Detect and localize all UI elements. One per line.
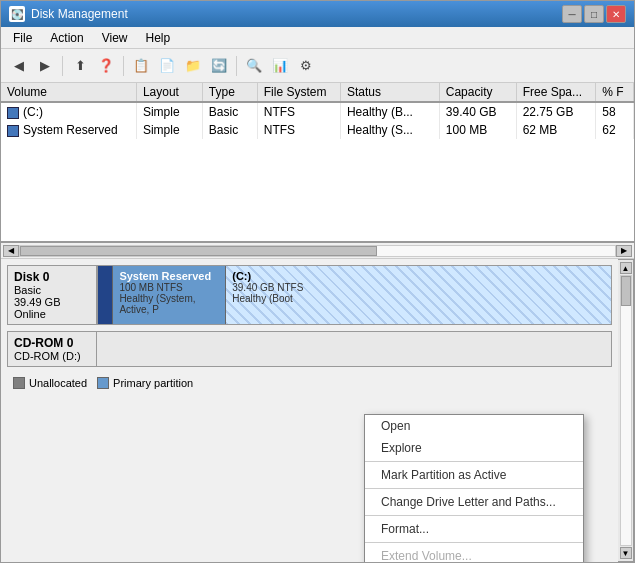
ctx-sep-2	[365, 488, 583, 489]
up-button[interactable]: ⬆	[68, 54, 92, 78]
tool3[interactable]: 📋	[129, 54, 153, 78]
vertical-scrollbar[interactable]: ▲ ▼	[618, 259, 634, 562]
tool8[interactable]: 📊	[268, 54, 292, 78]
disk0-system-reserved[interactable]: System Reserved 100 MB NTFS Healthy (Sys…	[113, 266, 226, 324]
ctx-sep-4	[365, 542, 583, 543]
cell-status: Healthy (B...	[340, 102, 439, 121]
cell-layout: Simple	[136, 102, 202, 121]
legend-unallocated: Unallocated	[13, 377, 87, 389]
legend-primary-icon	[97, 377, 109, 389]
disk0-label: Disk 0 Basic 39.49 GB Online	[7, 265, 97, 325]
hscroll-track[interactable]	[19, 245, 616, 257]
help-button[interactable]: ❓	[94, 54, 118, 78]
tool7[interactable]: 🔍	[242, 54, 266, 78]
separator-2	[123, 56, 124, 76]
cdrom0-row: CD-ROM 0 CD-ROM (D:)	[7, 331, 612, 367]
ctx-open[interactable]: Open	[365, 415, 583, 437]
scroll-up-button[interactable]: ▲	[620, 262, 632, 274]
cell-volume: (C:)	[1, 102, 136, 121]
title-bar: 💽 Disk Management ─ □ ✕	[1, 1, 634, 27]
maximize-button[interactable]: □	[584, 5, 604, 23]
cell-percent: 58	[596, 102, 634, 121]
cell-freespace: 62 MB	[516, 121, 596, 139]
scroll-track[interactable]	[620, 275, 632, 546]
col-capacity: Capacity	[439, 83, 516, 102]
main-content: Volume Layout Type File System Status Ca…	[1, 83, 634, 562]
tool6[interactable]: 🔄	[207, 54, 231, 78]
cell-freespace: 22.75 GB	[516, 102, 596, 121]
toolbar: ◀ ▶ ⬆ ❓ 📋 📄 📁 🔄 🔍 📊 ⚙	[1, 49, 634, 83]
cell-status: Healthy (S...	[340, 121, 439, 139]
ctx-format[interactable]: Format...	[365, 518, 583, 540]
back-button[interactable]: ◀	[7, 54, 31, 78]
disk0-row: Disk 0 Basic 39.49 GB Online System Rese…	[7, 265, 612, 325]
volume-table[interactable]: Volume Layout Type File System Status Ca…	[1, 83, 634, 243]
col-status: Status	[340, 83, 439, 102]
cell-filesystem: NTFS	[257, 102, 340, 121]
ctx-sep-3	[365, 515, 583, 516]
scroll-down-button[interactable]: ▼	[620, 547, 632, 559]
cell-filesystem: NTFS	[257, 121, 340, 139]
col-filesystem: File System	[257, 83, 340, 102]
hscroll-left[interactable]: ◀	[3, 245, 19, 257]
cell-percent: 62	[596, 121, 634, 139]
legend: Unallocated Primary partition	[7, 373, 612, 393]
tool4[interactable]: 📄	[155, 54, 179, 78]
forward-button[interactable]: ▶	[33, 54, 57, 78]
disk-map-container: Disk 0 Basic 39.49 GB Online System Rese…	[1, 259, 634, 562]
minimize-button[interactable]: ─	[562, 5, 582, 23]
tool9[interactable]: ⚙	[294, 54, 318, 78]
separator-1	[62, 56, 63, 76]
cell-volume: System Reserved	[1, 121, 136, 139]
cell-type: Basic	[202, 121, 257, 139]
ctx-change-drive[interactable]: Change Drive Letter and Paths...	[365, 491, 583, 513]
col-percent: % F	[596, 83, 634, 102]
scroll-thumb[interactable]	[621, 276, 631, 306]
legend-primary: Primary partition	[97, 377, 193, 389]
table-hscrollbar[interactable]: ◀ ▶	[1, 243, 634, 259]
close-button[interactable]: ✕	[606, 5, 626, 23]
tool5[interactable]: 📁	[181, 54, 205, 78]
table-row[interactable]: (C:) Simple Basic NTFS Healthy (B... 39.…	[1, 102, 634, 121]
hscroll-right[interactable]: ▶	[616, 245, 632, 257]
col-layout: Layout	[136, 83, 202, 102]
ctx-mark-active[interactable]: Mark Partition as Active	[365, 464, 583, 486]
cell-layout: Simple	[136, 121, 202, 139]
cell-capacity: 100 MB	[439, 121, 516, 139]
context-menu: Open Explore Mark Partition as Active Ch…	[364, 414, 584, 562]
app-icon: 💽	[9, 6, 25, 22]
menu-bar: File Action View Help	[1, 27, 634, 49]
ctx-sep-1	[365, 461, 583, 462]
table-row[interactable]: System Reserved Simple Basic NTFS Health…	[1, 121, 634, 139]
ctx-extend: Extend Volume...	[365, 545, 583, 562]
menu-action[interactable]: Action	[42, 29, 91, 47]
hscroll-thumb[interactable]	[20, 246, 377, 256]
ctx-explore[interactable]: Explore	[365, 437, 583, 459]
menu-help[interactable]: Help	[138, 29, 179, 47]
cdrom0-partition[interactable]	[97, 331, 612, 367]
menu-file[interactable]: File	[5, 29, 40, 47]
main-window: 💽 Disk Management ─ □ ✕ File Action View…	[0, 0, 635, 563]
title-bar-left: 💽 Disk Management	[9, 6, 128, 22]
cdrom0-label: CD-ROM 0 CD-ROM (D:)	[7, 331, 97, 367]
col-volume: Volume	[1, 83, 136, 102]
disk0-unallocated-pre[interactable]	[98, 266, 113, 324]
window-title: Disk Management	[31, 7, 128, 21]
disk0-c-partition[interactable]: (C:) 39.40 GB NTFS Healthy (Boot	[226, 266, 611, 324]
cell-capacity: 39.40 GB	[439, 102, 516, 121]
disk0-partitions: System Reserved 100 MB NTFS Healthy (Sys…	[97, 265, 612, 325]
separator-3	[236, 56, 237, 76]
title-bar-buttons: ─ □ ✕	[562, 5, 626, 23]
menu-view[interactable]: View	[94, 29, 136, 47]
legend-unallocated-icon	[13, 377, 25, 389]
col-freespace: Free Spa...	[516, 83, 596, 102]
col-type: Type	[202, 83, 257, 102]
cell-type: Basic	[202, 102, 257, 121]
